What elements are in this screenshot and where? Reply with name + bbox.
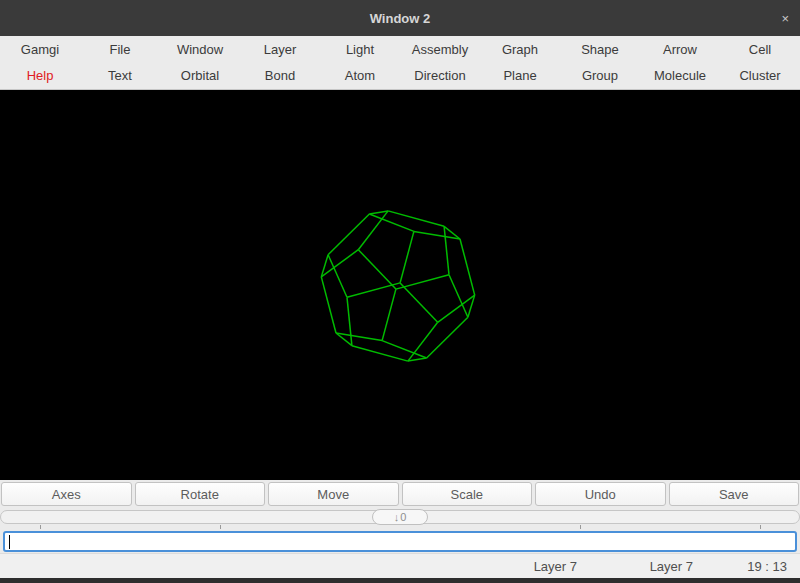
command-entry-row: [0, 530, 800, 553]
slider-tick: [220, 525, 221, 529]
scale-button[interactable]: Scale: [402, 482, 533, 506]
menu-plane[interactable]: Plane: [480, 63, 560, 90]
tool-bar: Axes Rotate Move Scale Undo Save: [0, 480, 800, 508]
title-bar[interactable]: Window 2 ×: [0, 0, 800, 36]
menu-help[interactable]: Help: [0, 63, 80, 90]
menu-arrow[interactable]: Arrow: [640, 36, 720, 63]
menu-shape[interactable]: Shape: [560, 36, 640, 63]
menu-text[interactable]: Text: [80, 63, 160, 90]
window-bottom-edge: [0, 578, 800, 583]
command-entry[interactable]: [3, 531, 797, 552]
menu-atom[interactable]: Atom: [320, 63, 400, 90]
save-button[interactable]: Save: [669, 482, 800, 506]
status-layer-selected: Layer 7: [650, 559, 693, 574]
menu-gamgi[interactable]: Gamgi: [0, 36, 80, 63]
status-bar: Layer 7 Layer 7 19 : 13: [0, 553, 800, 578]
menu-bond[interactable]: Bond: [240, 63, 320, 90]
menu-cluster[interactable]: Cluster: [720, 63, 800, 90]
menu-group[interactable]: Group: [560, 63, 640, 90]
menu-light[interactable]: Light: [320, 36, 400, 63]
menu-bar: Gamgi File Window Layer Light Assembly G…: [0, 36, 800, 90]
close-icon[interactable]: ×: [781, 12, 789, 25]
text-caret: [9, 535, 10, 549]
axes-button[interactable]: Axes: [1, 482, 132, 506]
app-window: Window 2 × Gamgi File Window Layer Light…: [0, 0, 800, 583]
slider-arrow-icon: ↓: [394, 511, 400, 523]
rotate-button[interactable]: Rotate: [135, 482, 266, 506]
status-clock: 19 : 13: [747, 559, 787, 574]
menu-file[interactable]: File: [80, 36, 160, 63]
slider-tick: [760, 525, 761, 529]
slider-tick: [40, 525, 41, 529]
move-button[interactable]: Move: [268, 482, 399, 506]
undo-button[interactable]: Undo: [535, 482, 666, 506]
menu-assembly[interactable]: Assembly: [400, 36, 480, 63]
menu-window[interactable]: Window: [160, 36, 240, 63]
wireframe-svg: [0, 90, 800, 480]
menu-graph[interactable]: Graph: [480, 36, 560, 63]
slider-tick: [580, 525, 581, 529]
menu-layer[interactable]: Layer: [240, 36, 320, 63]
window-title: Window 2: [370, 11, 431, 26]
menu-direction[interactable]: Direction: [400, 63, 480, 90]
slider-handle[interactable]: ↓ 0: [372, 509, 428, 525]
drawing-area[interactable]: [0, 90, 800, 480]
menu-orbital[interactable]: Orbital: [160, 63, 240, 90]
menu-molecule[interactable]: Molecule: [640, 63, 720, 90]
adjustment-slider: ↓ 0: [0, 508, 800, 530]
menu-cell[interactable]: Cell: [720, 36, 800, 63]
slider-value: 0: [400, 511, 406, 523]
status-layer-current: Layer 7: [534, 559, 577, 574]
